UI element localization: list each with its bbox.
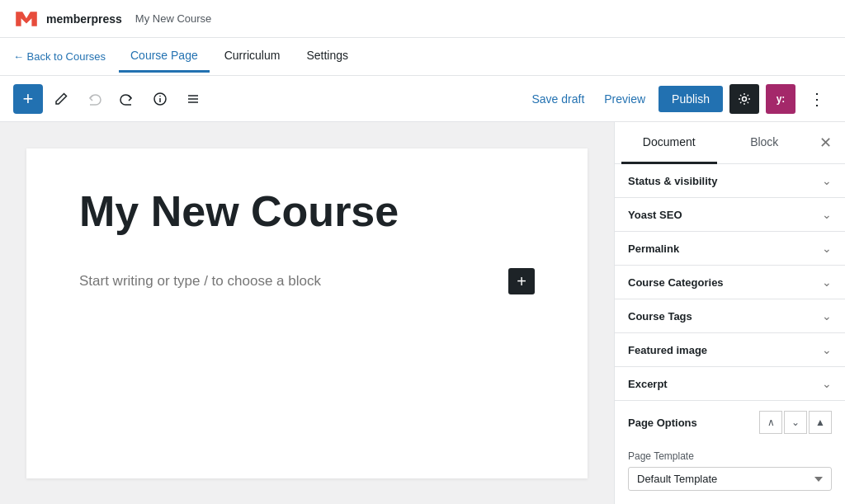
editor-content: My New Course Start writing or type / to… [26, 148, 588, 478]
page-template-select[interactable]: Default Template [628, 467, 832, 491]
page-template-label: Page Template [628, 450, 832, 462]
tab-settings[interactable]: Settings [295, 40, 360, 73]
gear-icon [738, 92, 751, 106]
undo-icon [87, 92, 101, 106]
sub-nav: ← Back to Courses Course Page Curriculum… [0, 38, 845, 76]
page-options-controls: ∧ ⌄ ▲ [759, 411, 832, 434]
sidebar-section-page-options: Page Options ∧ ⌄ ▲ Page Template Default… [615, 401, 845, 504]
sidebar: Document Block ✕ Status & visibility ⌄ Y… [614, 122, 845, 504]
main-layout: My New Course Start writing or type / to… [0, 122, 845, 504]
excerpt-title: Excerpt [628, 378, 668, 390]
add-block-toolbar-button[interactable]: + [13, 84, 43, 114]
admin-bar: memberpress My New Course [0, 0, 845, 38]
sidebar-close-button[interactable]: ✕ [812, 130, 838, 156]
admin-page-title: My New Course [135, 12, 211, 25]
excerpt-header[interactable]: Excerpt ⌄ [615, 367, 845, 400]
permalink-header[interactable]: Permalink ⌄ [615, 232, 845, 265]
course-categories-title: Course Categories [628, 276, 724, 289]
permalink-chevron: ⌄ [822, 242, 832, 255]
permalink-title: Permalink [628, 243, 679, 255]
tab-course-page[interactable]: Course Page [119, 40, 210, 73]
status-visibility-chevron: ⌄ [822, 174, 832, 187]
yoast-button[interactable]: y: [766, 84, 795, 114]
course-title[interactable]: My New Course [79, 188, 535, 235]
tools-button[interactable] [46, 84, 76, 114]
list-view-icon [186, 92, 201, 106]
page-options-up-button[interactable]: ⌄ [784, 411, 807, 434]
add-block-button[interactable]: + [508, 268, 535, 294]
sidebar-section-status-visibility: Status & visibility ⌄ [615, 164, 845, 198]
page-options-title: Page Options [628, 417, 697, 429]
sidebar-tab-document[interactable]: Document [621, 122, 717, 164]
more-options-button[interactable]: ⋮ [802, 84, 832, 114]
sidebar-tab-block[interactable]: Block [717, 122, 813, 164]
sidebar-section-permalink: Permalink ⌄ [615, 232, 845, 266]
redo-icon [120, 92, 135, 106]
block-placeholder[interactable]: Start writing or type / to choose a bloc… [79, 261, 535, 301]
course-categories-chevron: ⌄ [822, 276, 832, 289]
toolbar-right: Save draft Preview Publish y: ⋮ [525, 84, 832, 114]
yoast-seo-chevron: ⌄ [822, 208, 832, 221]
page-options-top-button[interactable]: ▲ [809, 411, 832, 434]
course-tags-title: Course Tags [628, 310, 692, 323]
brand-name: memberpress [46, 12, 122, 26]
sidebar-section-featured-image: Featured image ⌄ [615, 333, 845, 367]
settings-gear-button[interactable] [729, 84, 759, 114]
featured-image-header[interactable]: Featured image ⌄ [615, 333, 845, 366]
sidebar-section-yoast-seo: Yoast SEO ⌄ [615, 198, 845, 232]
sidebar-section-course-tags: Course Tags ⌄ [615, 299, 845, 333]
back-to-courses-link[interactable]: ← Back to Courses [13, 50, 106, 63]
status-visibility-header[interactable]: Status & visibility ⌄ [615, 164, 845, 197]
course-tags-header[interactable]: Course Tags ⌄ [615, 299, 845, 332]
pencil-icon [54, 92, 68, 106]
editor-area: My New Course Start writing or type / to… [0, 122, 614, 504]
logo: memberpress [13, 9, 122, 29]
publish-button[interactable]: Publish [659, 86, 723, 112]
tab-curriculum[interactable]: Curriculum [213, 40, 292, 73]
page-options-collapse-button[interactable]: ∧ [759, 411, 782, 434]
sidebar-section-excerpt: Excerpt ⌄ [615, 367, 845, 401]
toolbar: + [0, 76, 845, 122]
toolbar-left: + [13, 84, 525, 114]
status-visibility-title: Status & visibility [628, 175, 717, 187]
page-options-header[interactable]: Page Options ∧ ⌄ ▲ [615, 401, 845, 444]
save-draft-button[interactable]: Save draft [525, 87, 591, 111]
svg-point-2 [159, 95, 161, 97]
memberpress-logo [13, 9, 40, 29]
yoast-label: y: [777, 93, 786, 105]
featured-image-title: Featured image [628, 344, 707, 356]
featured-image-chevron: ⌄ [822, 343, 832, 356]
info-button[interactable] [145, 84, 175, 114]
list-view-button[interactable] [178, 84, 208, 114]
undo-button[interactable] [79, 84, 109, 114]
yoast-seo-header[interactable]: Yoast SEO ⌄ [615, 198, 845, 231]
redo-button[interactable] [112, 84, 142, 114]
preview-button[interactable]: Preview [597, 87, 652, 111]
info-icon [153, 92, 168, 106]
course-tags-chevron: ⌄ [822, 309, 832, 323]
excerpt-chevron: ⌄ [822, 377, 832, 390]
page-options-body: Page Template Default Template [615, 444, 845, 504]
yoast-seo-title: Yoast SEO [628, 209, 682, 221]
sidebar-section-course-categories: Course Categories ⌄ [615, 266, 845, 299]
sidebar-tabs: Document Block ✕ [615, 122, 845, 164]
svg-point-6 [743, 97, 747, 101]
course-categories-header[interactable]: Course Categories ⌄ [615, 266, 845, 299]
placeholder-text: Start writing or type / to choose a bloc… [79, 273, 321, 290]
